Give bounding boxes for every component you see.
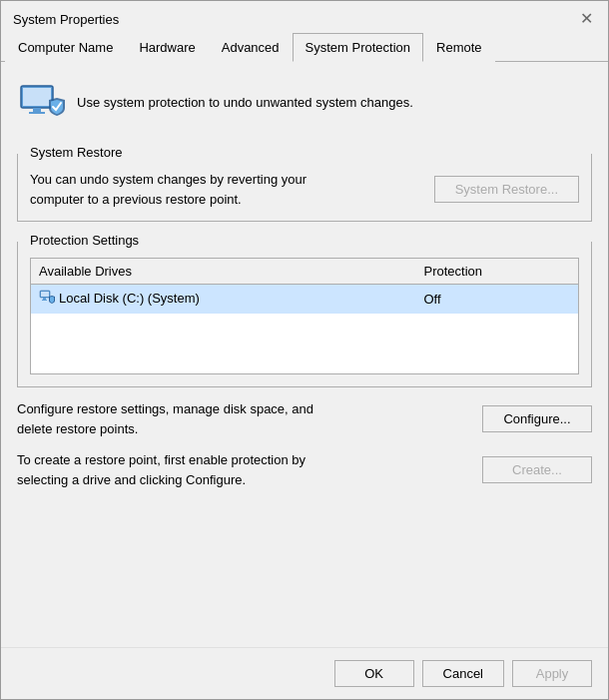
system-protection-icon: [17, 78, 65, 126]
drive-icon: [39, 290, 55, 306]
svg-rect-1: [23, 88, 51, 106]
configure-button[interactable]: Configure...: [482, 405, 592, 432]
cancel-button[interactable]: Cancel: [422, 660, 504, 687]
info-text: Use system protection to undo unwanted s…: [77, 95, 413, 110]
protection-table: Available Drives Protection: [31, 259, 578, 373]
main-content: Use system protection to undo unwanted s…: [1, 62, 608, 647]
system-restore-button[interactable]: System Restore...: [434, 176, 579, 203]
close-button[interactable]: ✕: [576, 9, 596, 29]
protection-cell: Off: [416, 285, 579, 315]
column-header-drives: Available Drives: [31, 259, 416, 285]
restore-description: You can undo system changes by reverting…: [30, 170, 349, 209]
protection-settings-group: Protection Settings Available Drives Pro…: [17, 242, 592, 387]
drive-label: Local Disk (C:) (System): [59, 291, 200, 306]
configure-description: Configure restore settings, manage disk …: [17, 399, 336, 438]
system-restore-legend: System Restore: [26, 145, 126, 160]
create-row: To create a restore point, first enable …: [17, 450, 592, 489]
column-header-protection: Protection: [416, 259, 579, 285]
svg-rect-5: [41, 292, 49, 297]
create-button[interactable]: Create...: [482, 456, 592, 483]
tab-hardware[interactable]: Hardware: [126, 33, 208, 62]
tab-computer-name[interactable]: Computer Name: [5, 33, 126, 62]
title-bar: System Properties ✕: [1, 1, 608, 33]
apply-button[interactable]: Apply: [512, 660, 592, 687]
tab-remote[interactable]: Remote: [423, 33, 495, 62]
configure-row: Configure restore settings, manage disk …: [17, 399, 592, 438]
tab-bar: Computer Name Hardware Advanced System P…: [1, 33, 608, 62]
drive-icon-wrapper: Local Disk (C:) (System): [39, 290, 200, 306]
protection-settings-legend: Protection Settings: [26, 233, 143, 248]
ok-button[interactable]: OK: [334, 660, 414, 687]
svg-rect-6: [43, 298, 46, 300]
svg-rect-3: [29, 112, 45, 114]
info-banner: Use system protection to undo unwanted s…: [17, 78, 592, 126]
system-restore-group: System Restore You can undo system chang…: [17, 154, 592, 222]
svg-rect-2: [33, 108, 41, 112]
table-row[interactable]: Local Disk (C:) (System) Off: [31, 285, 578, 315]
system-properties-window: System Properties ✕ Computer Name Hardwa…: [0, 0, 609, 700]
tab-system-protection[interactable]: System Protection: [293, 33, 424, 62]
table-header-row: Available Drives Protection: [31, 259, 578, 285]
window-title: System Properties: [13, 12, 119, 27]
table-spacer-row: [31, 314, 578, 373]
drive-cell: Local Disk (C:) (System): [31, 285, 416, 315]
restore-row: You can undo system changes by reverting…: [30, 170, 579, 209]
tab-advanced[interactable]: Advanced: [209, 33, 293, 62]
protection-table-wrapper: Available Drives Protection: [30, 258, 579, 374]
bottom-button-bar: OK Cancel Apply: [1, 647, 608, 699]
svg-rect-7: [42, 300, 47, 301]
create-description: To create a restore point, first enable …: [17, 450, 336, 489]
